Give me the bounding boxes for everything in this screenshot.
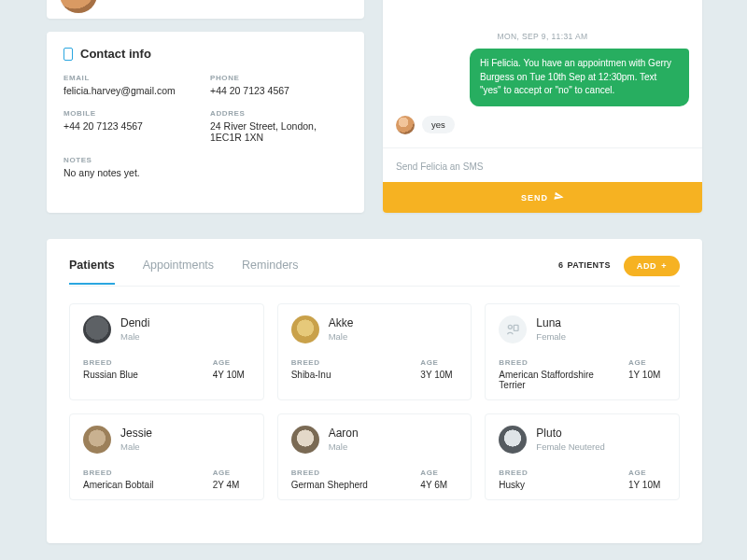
patient-name: Aaron: [329, 427, 359, 440]
patient-gender: Female: [536, 331, 566, 342]
age-label: AGE: [628, 358, 666, 367]
chat-panel: MON, SEP 9, 11:31 AM Hi Felicia. You hav…: [383, 0, 702, 213]
patient-avatar: [83, 426, 111, 454]
patient-name: Luna: [536, 317, 566, 329]
breed-value: Shiba-Inu: [291, 370, 331, 380]
age-label: AGE: [420, 358, 458, 367]
tab-appointments[interactable]: Appointments: [143, 259, 214, 283]
age-value: 2Y 4M: [213, 480, 250, 490]
chat-outgoing-message: Hi Felicia. You have an appointmen with …: [470, 49, 689, 106]
breed-value: American Bobtail: [83, 480, 154, 490]
owner-summary-fragment: [47, 0, 364, 19]
breed-value: German Shepherd: [291, 480, 368, 490]
patient-name: Dendi: [120, 317, 149, 329]
tab-reminders[interactable]: Reminders: [242, 259, 298, 283]
patients-count-label: PATIENTS: [567, 260, 610, 270]
patients-count: 6 PATIENTS: [558, 260, 611, 281]
age-value: 1Y 10M: [628, 480, 666, 490]
age-label: AGE: [628, 469, 666, 477]
plus-icon: +: [661, 261, 667, 271]
address-value: 24 River Street, London, 1EC1R 1XN: [210, 120, 347, 143]
phone-value[interactable]: +44 20 7123 4567: [210, 85, 347, 96]
tab-patients[interactable]: Patients: [69, 259, 115, 285]
chat-date: MON, SEP 9, 11:31 AM: [396, 32, 689, 41]
contact-title-text: Contact info: [80, 47, 151, 61]
age-value: 4Y 6M: [420, 480, 458, 490]
patient-gender: Male: [329, 331, 354, 342]
svg-rect-1: [514, 325, 519, 330]
send-icon: [553, 190, 565, 204]
patient-avatar: [291, 315, 319, 343]
patient-card[interactable]: DendiMaleBREEDRussian BlueAGE4Y 10M: [69, 303, 264, 400]
age-value: 4Y 10M: [213, 370, 250, 380]
patient-avatar: [499, 426, 527, 454]
owner-avatar: [60, 0, 97, 13]
add-label: ADD: [637, 261, 656, 271]
patient-gender: Male: [120, 441, 152, 452]
address-label: ADDRES: [210, 109, 347, 118]
patient-card[interactable]: LunaFemaleBREEDAmerican Staffordshire Te…: [485, 303, 680, 400]
send-label: SEND: [521, 193, 548, 203]
notes-label: NOTES: [63, 156, 347, 164]
age-label: AGE: [213, 358, 250, 367]
breed-label: BREED: [83, 358, 138, 367]
phone-label: PHONE: [210, 74, 347, 82]
mobile-value[interactable]: +44 20 7123 4567: [63, 120, 201, 132]
breed-value: Russian Blue: [83, 370, 138, 380]
breed-value: Husky: [499, 480, 528, 490]
patients-count-number: 6: [558, 260, 563, 270]
age-label: AGE: [213, 469, 250, 477]
breed-value: American Staffordshire Terrier: [499, 370, 619, 390]
breed-label: BREED: [83, 469, 154, 477]
patients-panel: Patients Appointments Reminders 6 PATIEN…: [47, 239, 702, 543]
contact-info-card: Contact info EMAIL felicia.harvey@gmail.…: [47, 32, 364, 213]
patient-gender: Male: [120, 331, 149, 342]
contact-info-title: Contact info: [63, 47, 347, 61]
breed-label: BREED: [291, 469, 368, 477]
patient-gender: Female Neutered: [536, 441, 604, 452]
patient-card[interactable]: PlutoFemale NeuteredBREEDHuskyAGE1Y 10M: [485, 413, 680, 500]
patient-card[interactable]: JessieMaleBREEDAmerican BobtailAGE2Y 4M: [69, 413, 264, 500]
patient-avatar: [499, 315, 527, 343]
chat-input[interactable]: [396, 161, 689, 172]
add-button[interactable]: ADD +: [624, 256, 680, 276]
email-label: EMAIL: [63, 74, 201, 82]
patient-name: Jessie: [120, 427, 152, 440]
chat-body: MON, SEP 9, 11:31 AM Hi Felicia. You hav…: [383, 0, 702, 147]
age-value: 3Y 10M: [420, 370, 458, 380]
patient-name: Akke: [329, 317, 354, 329]
patient-card[interactable]: AkkeMaleBREEDShiba-InuAGE3Y 10M: [277, 303, 472, 400]
svg-point-0: [509, 325, 513, 329]
age-label: AGE: [420, 469, 458, 477]
chat-input-row: [383, 147, 702, 182]
contact-icon: [63, 48, 73, 61]
tabs-row: Patients Appointments Reminders 6 PATIEN…: [69, 256, 680, 287]
patient-avatar: [291, 426, 319, 454]
chat-reply-avatar: [396, 116, 415, 134]
patients-grid: DendiMaleBREEDRussian BlueAGE4Y 10MAkkeM…: [69, 303, 680, 500]
email-value[interactable]: felicia.harvey@gmail.com: [63, 85, 201, 96]
breed-label: BREED: [291, 358, 331, 367]
send-button[interactable]: SEND: [383, 182, 702, 213]
mobile-label: MOBILE: [63, 109, 201, 118]
patient-gender: Male: [329, 441, 359, 452]
breed-label: BREED: [499, 469, 528, 477]
patient-card[interactable]: AaronMaleBREEDGerman ShepherdAGE4Y 6M: [277, 413, 472, 500]
patient-name: Pluto: [536, 427, 604, 440]
age-value: 1Y 10M: [628, 370, 666, 380]
notes-value: No any notes yet.: [63, 167, 347, 178]
patient-avatar: [83, 315, 111, 343]
breed-label: BREED: [499, 358, 619, 367]
chat-reply-message: yes: [422, 116, 455, 133]
